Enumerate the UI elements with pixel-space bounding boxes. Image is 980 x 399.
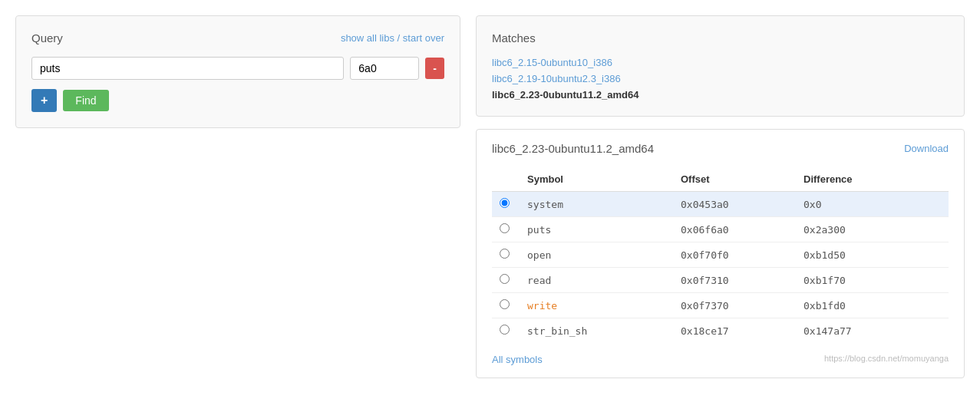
offset-cell: 0x0f7310 xyxy=(673,268,796,293)
col-header-offset: Offset xyxy=(673,167,796,192)
diff-cell: 0xb1f70 xyxy=(796,268,949,293)
add-row-button[interactable]: + xyxy=(31,89,57,112)
offset-input[interactable] xyxy=(350,57,419,80)
diff-cell: 0xb1fd0 xyxy=(796,293,949,318)
find-button[interactable]: Find xyxy=(63,90,108,111)
all-symbols-link[interactable]: All symbols xyxy=(492,354,543,365)
diff-cell: 0xb1d50 xyxy=(796,242,949,268)
symbol-cell: str_bin_sh xyxy=(520,318,673,344)
diff-cell: 0x2a300 xyxy=(796,217,949,242)
offset-cell: 0x0f70f0 xyxy=(673,242,796,268)
offset-cell: 0x06f6a0 xyxy=(673,217,796,242)
diff-cell: 0x147a77 xyxy=(796,318,949,344)
match-item[interactable]: libc6_2.19-10ubuntu2.3_i386 xyxy=(492,73,949,84)
table-row: write 0x0f7370 0xb1fd0 xyxy=(492,293,949,318)
offset-cell: 0x0f7370 xyxy=(673,293,796,318)
show-all-link[interactable]: show all libs / start over xyxy=(341,32,444,44)
symbol-input[interactable] xyxy=(31,57,344,80)
symbol-cell: puts xyxy=(520,217,673,242)
row-radio[interactable] xyxy=(500,223,510,233)
row-radio[interactable] xyxy=(500,299,510,309)
row-radio[interactable] xyxy=(500,249,510,259)
table-row: system 0x0453a0 0x0 xyxy=(492,192,949,217)
offset-cell: 0x0453a0 xyxy=(673,192,796,217)
download-link[interactable]: Download xyxy=(904,143,949,154)
col-header-difference: Difference xyxy=(796,167,949,192)
col-header-symbol: Symbol xyxy=(520,167,673,192)
symbol-cell: open xyxy=(520,242,673,268)
symbols-table: Symbol Offset Difference system 0x0453a0… xyxy=(492,167,949,343)
table-row: read 0x0f7310 0xb1f70 xyxy=(492,268,949,293)
match-item-selected[interactable]: libc6_2.23-0ubuntu11.2_amd64 xyxy=(492,89,949,101)
remove-row-button[interactable]: - xyxy=(425,58,444,79)
matches-list: libc6_2.15-0ubuntu10_i386 libc6_2.19-10u… xyxy=(492,57,949,101)
detail-title: libc6_2.23-0ubuntu11.2_amd64 xyxy=(492,142,654,155)
symbol-cell: write xyxy=(520,293,673,318)
row-radio[interactable] xyxy=(500,325,510,335)
row-radio[interactable] xyxy=(500,274,510,284)
matches-title: Matches xyxy=(492,31,536,45)
watermark: https://blog.csdn.net/momuyanga xyxy=(824,354,949,363)
match-item[interactable]: libc6_2.15-0ubuntu10_i386 xyxy=(492,57,949,68)
table-row: puts 0x06f6a0 0x2a300 xyxy=(492,217,949,242)
table-row: str_bin_sh 0x18ce17 0x147a77 xyxy=(492,318,949,344)
col-header-radio xyxy=(492,167,520,192)
symbol-cell: system xyxy=(520,192,673,217)
symbol-cell: read xyxy=(520,268,673,293)
table-row: open 0x0f70f0 0xb1d50 xyxy=(492,242,949,268)
query-title: Query xyxy=(31,31,63,45)
row-radio[interactable] xyxy=(500,198,510,208)
diff-cell: 0x0 xyxy=(796,192,949,217)
offset-cell: 0x18ce17 xyxy=(673,318,796,344)
